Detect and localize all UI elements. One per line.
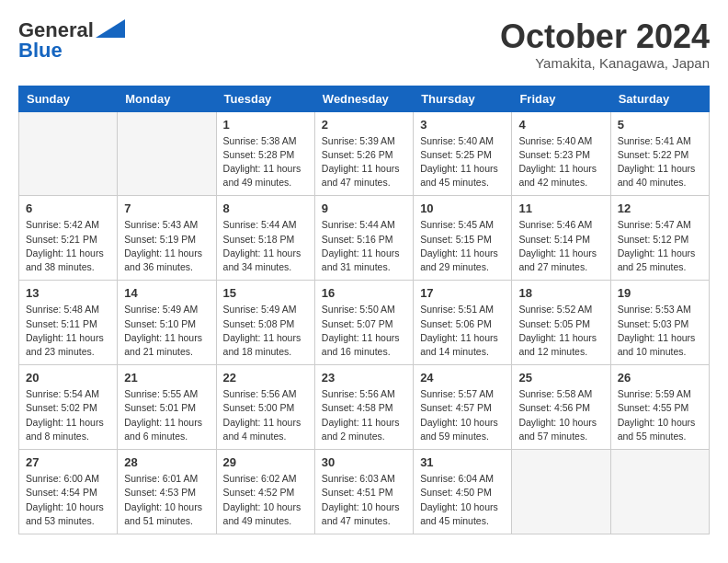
calendar-week-1: 1Sunrise: 5:38 AMSunset: 5:28 PMDaylight… — [19, 111, 710, 196]
calendar-header-row: SundayMondayTuesdayWednesdayThursdayFrid… — [19, 86, 710, 111]
day-number: 8 — [223, 201, 308, 215]
day-number: 10 — [420, 201, 505, 215]
day-number: 20 — [26, 371, 110, 385]
calendar-cell: 13Sunrise: 5:48 AMSunset: 5:11 PMDayligh… — [19, 281, 118, 365]
calendar-cell — [610, 450, 709, 534]
day-info: Sunrise: 5:53 AMSunset: 5:03 PMDaylight:… — [618, 303, 702, 359]
day-info: Sunrise: 5:40 AMSunset: 5:23 PMDaylight:… — [518, 134, 603, 190]
calendar-cell: 14Sunrise: 5:49 AMSunset: 5:10 PMDayligh… — [118, 281, 216, 365]
day-number: 22 — [223, 371, 308, 385]
day-info: Sunrise: 5:47 AMSunset: 5:12 PMDaylight:… — [618, 218, 702, 274]
calendar-cell: 19Sunrise: 5:53 AMSunset: 5:03 PMDayligh… — [610, 281, 709, 365]
calendar-cell: 31Sunrise: 6:04 AMSunset: 4:50 PMDayligh… — [414, 450, 512, 534]
col-header-monday: Monday — [118, 86, 216, 111]
calendar-cell: 20Sunrise: 5:54 AMSunset: 5:02 PMDayligh… — [19, 365, 118, 450]
month-title: October 2024 — [500, 18, 710, 55]
day-info: Sunrise: 6:04 AMSunset: 4:50 PMDaylight:… — [420, 472, 505, 528]
day-number: 11 — [518, 201, 603, 215]
day-number: 28 — [124, 455, 209, 469]
day-number: 1 — [223, 118, 308, 132]
day-number: 9 — [322, 201, 406, 215]
day-number: 21 — [124, 371, 209, 385]
calendar-cell: 2Sunrise: 5:39 AMSunset: 5:26 PMDaylight… — [314, 111, 413, 196]
day-info: Sunrise: 5:48 AMSunset: 5:11 PMDaylight:… — [26, 303, 110, 359]
calendar-body: 1Sunrise: 5:38 AMSunset: 5:28 PMDaylight… — [19, 111, 710, 534]
calendar-cell: 27Sunrise: 6:00 AMSunset: 4:54 PMDayligh… — [19, 450, 118, 534]
calendar-cell: 1Sunrise: 5:38 AMSunset: 5:28 PMDaylight… — [216, 111, 314, 196]
calendar-cell: 9Sunrise: 5:44 AMSunset: 5:16 PMDaylight… — [314, 196, 413, 281]
calendar-cell: 26Sunrise: 5:59 AMSunset: 4:55 PMDayligh… — [610, 365, 709, 450]
day-number: 6 — [26, 201, 110, 215]
calendar-cell: 12Sunrise: 5:47 AMSunset: 5:12 PMDayligh… — [610, 196, 709, 281]
calendar-cell — [19, 111, 118, 196]
col-header-saturday: Saturday — [610, 86, 709, 111]
calendar-cell: 6Sunrise: 5:42 AMSunset: 5:21 PMDaylight… — [19, 196, 118, 281]
calendar-cell: 28Sunrise: 6:01 AMSunset: 4:53 PMDayligh… — [118, 450, 216, 534]
col-header-thursday: Thursday — [414, 86, 512, 111]
calendar-week-4: 20Sunrise: 5:54 AMSunset: 5:02 PMDayligh… — [19, 365, 710, 450]
day-number: 12 — [618, 201, 702, 215]
col-header-sunday: Sunday — [19, 86, 118, 111]
calendar-cell: 30Sunrise: 6:03 AMSunset: 4:51 PMDayligh… — [314, 450, 413, 534]
calendar-cell: 11Sunrise: 5:46 AMSunset: 5:14 PMDayligh… — [512, 196, 610, 281]
logo: General Blue — [18, 18, 125, 63]
calendar-cell: 23Sunrise: 5:56 AMSunset: 4:58 PMDayligh… — [314, 365, 413, 450]
calendar-cell: 4Sunrise: 5:40 AMSunset: 5:23 PMDaylight… — [512, 111, 610, 196]
day-number: 16 — [322, 286, 406, 300]
day-number: 5 — [618, 118, 702, 132]
calendar-cell: 29Sunrise: 6:02 AMSunset: 4:52 PMDayligh… — [216, 450, 314, 534]
day-info: Sunrise: 5:41 AMSunset: 5:22 PMDaylight:… — [618, 134, 702, 190]
calendar-cell: 10Sunrise: 5:45 AMSunset: 5:15 PMDayligh… — [414, 196, 512, 281]
day-number: 7 — [124, 201, 209, 215]
day-info: Sunrise: 5:56 AMSunset: 4:58 PMDaylight:… — [322, 387, 406, 443]
calendar-cell — [512, 450, 610, 534]
day-info: Sunrise: 5:38 AMSunset: 5:28 PMDaylight:… — [223, 134, 308, 190]
day-number: 19 — [618, 286, 702, 300]
day-info: Sunrise: 5:51 AMSunset: 5:06 PMDaylight:… — [420, 303, 505, 359]
logo-blue: Blue — [18, 39, 63, 63]
day-number: 2 — [322, 118, 406, 132]
day-info: Sunrise: 5:42 AMSunset: 5:21 PMDaylight:… — [26, 218, 110, 274]
day-number: 14 — [124, 286, 209, 300]
day-number: 3 — [420, 118, 505, 132]
day-info: Sunrise: 5:46 AMSunset: 5:14 PMDaylight:… — [518, 218, 603, 274]
day-number: 25 — [518, 371, 603, 385]
calendar-cell: 5Sunrise: 5:41 AMSunset: 5:22 PMDaylight… — [610, 111, 709, 196]
day-info: Sunrise: 5:49 AMSunset: 5:08 PMDaylight:… — [223, 303, 308, 359]
day-number: 4 — [518, 118, 603, 132]
day-info: Sunrise: 5:57 AMSunset: 4:57 PMDaylight:… — [420, 387, 505, 443]
col-header-friday: Friday — [512, 86, 610, 111]
day-number: 18 — [518, 286, 603, 300]
day-info: Sunrise: 5:54 AMSunset: 5:02 PMDaylight:… — [26, 387, 110, 443]
logo-icon — [96, 19, 125, 38]
calendar-cell: 17Sunrise: 5:51 AMSunset: 5:06 PMDayligh… — [414, 281, 512, 365]
col-header-wednesday: Wednesday — [314, 86, 413, 111]
day-info: Sunrise: 6:03 AMSunset: 4:51 PMDaylight:… — [322, 472, 406, 528]
day-number: 27 — [26, 455, 110, 469]
calendar-cell: 18Sunrise: 5:52 AMSunset: 5:05 PMDayligh… — [512, 281, 610, 365]
day-number: 17 — [420, 286, 505, 300]
day-info: Sunrise: 5:55 AMSunset: 5:01 PMDaylight:… — [124, 387, 209, 443]
day-info: Sunrise: 6:01 AMSunset: 4:53 PMDaylight:… — [124, 472, 209, 528]
day-number: 30 — [322, 455, 406, 469]
calendar-cell: 15Sunrise: 5:49 AMSunset: 5:08 PMDayligh… — [216, 281, 314, 365]
calendar-cell: 21Sunrise: 5:55 AMSunset: 5:01 PMDayligh… — [118, 365, 216, 450]
day-info: Sunrise: 5:58 AMSunset: 4:56 PMDaylight:… — [518, 387, 603, 443]
day-number: 26 — [618, 371, 702, 385]
calendar-cell — [118, 111, 216, 196]
calendar-cell: 24Sunrise: 5:57 AMSunset: 4:57 PMDayligh… — [414, 365, 512, 450]
day-number: 13 — [26, 286, 110, 300]
day-info: Sunrise: 5:52 AMSunset: 5:05 PMDaylight:… — [518, 303, 603, 359]
calendar-cell: 16Sunrise: 5:50 AMSunset: 5:07 PMDayligh… — [314, 281, 413, 365]
calendar-cell: 7Sunrise: 5:43 AMSunset: 5:19 PMDaylight… — [118, 196, 216, 281]
calendar-week-5: 27Sunrise: 6:00 AMSunset: 4:54 PMDayligh… — [19, 450, 710, 534]
day-info: Sunrise: 5:44 AMSunset: 5:18 PMDaylight:… — [223, 218, 308, 274]
day-number: 23 — [322, 371, 406, 385]
page-header: General Blue October 2024 Yamakita, Kana… — [18, 18, 710, 71]
location: Yamakita, Kanagawa, Japan — [500, 55, 710, 71]
day-info: Sunrise: 5:59 AMSunset: 4:55 PMDaylight:… — [618, 387, 702, 443]
title-block: October 2024 Yamakita, Kanagawa, Japan — [500, 18, 710, 71]
calendar-cell: 25Sunrise: 5:58 AMSunset: 4:56 PMDayligh… — [512, 365, 610, 450]
calendar-cell: 8Sunrise: 5:44 AMSunset: 5:18 PMDaylight… — [216, 196, 314, 281]
day-number: 24 — [420, 371, 505, 385]
